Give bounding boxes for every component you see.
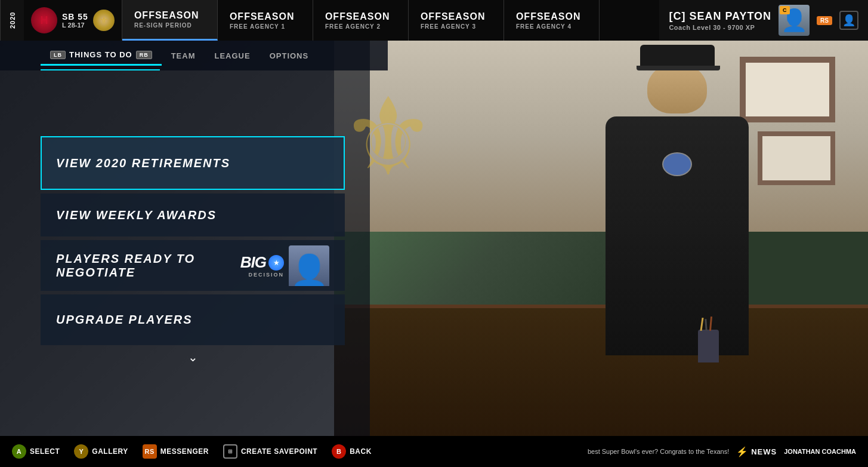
coach-name-ticker: JONATHAN COACHMA (784, 448, 856, 455)
cb-button: ⊞ (223, 444, 237, 459)
coach-info-panel: [C] SEAN PAYTON Coach Level 30 - 9700 XP… (659, 0, 868, 41)
news-brand-label: NEWS (751, 447, 777, 456)
news-brand: ⚡ NEWS (736, 446, 777, 457)
big-decision-text-group: BIG ★ DECISION (240, 253, 284, 278)
nav-period-1-sub: RE-SIGN PERIOD (134, 22, 205, 29)
coach-avatar: 👤 C (779, 5, 810, 36)
rb-badge: RB (136, 51, 152, 59)
nav-period-1-label: OFFSEASON (134, 10, 205, 21)
coach-name: [C] SEAN PAYTON (669, 10, 771, 23)
nav-period-3-sub: FREE AGENCY 2 (325, 23, 396, 30)
coach-level: Coach Level 30 - 9700 XP (669, 24, 771, 31)
b-button: B (332, 444, 346, 459)
big-text: BIG (240, 253, 266, 272)
tab-things-to-do[interactable]: LB THINGS TO DO RB (41, 45, 162, 66)
control-select[interactable]: A SELECT (12, 444, 60, 459)
back-label: BACK (350, 447, 372, 456)
star-icon: ★ (273, 259, 280, 267)
tab-things-label: THINGS TO DO (69, 50, 132, 59)
away-team-logo: ⚜ (93, 10, 115, 31)
control-savepoint[interactable]: ⊞ CREATE SAVEPOINT (223, 444, 317, 459)
home-team-logo: H (31, 7, 57, 33)
savepoint-label: CREATE SAVEPOINT (241, 447, 317, 456)
year-badge: 2020 (0, 0, 24, 41)
tab-options[interactable]: OPTIONS (260, 47, 319, 65)
messenger-label: MESSENGER (160, 447, 209, 456)
tab-league[interactable]: LEAGUE (205, 47, 260, 65)
coach-silhouette (582, 57, 773, 355)
control-messenger[interactable]: RS MESSENGER (143, 444, 209, 459)
nav-period-2-label: OFFSEASON (230, 11, 301, 22)
lightning-icon: ⚡ (736, 446, 749, 457)
coach-text: [C] SEAN PAYTON Coach Level 30 - 9700 XP (669, 10, 771, 31)
menu-item-negotiate[interactable]: PLAYERS READY TO NEGOTIATE BIG ★ DECISIO… (41, 240, 345, 291)
big-decision-top: BIG ★ (240, 253, 284, 272)
upgrade-label: UPGRADE PLAYERS (56, 313, 193, 327)
tab-team-label: TEAM (171, 51, 196, 60)
nav-period-fa3[interactable]: OFFSEASON FREE AGENCY 3 (409, 0, 504, 41)
nav-period-2-sub: FREE AGENCY 1 (230, 23, 301, 30)
bottom-control-bar: A SELECT Y GALLERY RS MESSENGER ⊞ CREATE… (0, 436, 868, 467)
control-back[interactable]: B BACK (332, 444, 372, 459)
control-gallery[interactable]: Y GALLERY (74, 444, 128, 459)
gallery-label: GALLERY (92, 447, 128, 456)
nav-period-resign[interactable]: OFFSEASON RE-SIGN PERIOD (122, 0, 218, 41)
news-ticker: best Super Bowl's ever? Congrats to the … (588, 446, 856, 457)
select-label: SELECT (30, 447, 60, 456)
nav-period-fa4[interactable]: OFFSEASON FREE AGENCY 4 (504, 0, 600, 41)
nav-period-fa1[interactable]: OFFSEASON FREE AGENCY 1 (218, 0, 313, 41)
nav-period-3-label: OFFSEASON (325, 11, 396, 22)
decision-star-circle: ★ (268, 255, 284, 271)
big-decision-area: BIG ★ DECISION 👤 (240, 245, 329, 286)
coach-c-badge: C (780, 6, 790, 14)
negotiate-label: PLAYERS READY TO NEGOTIATE (56, 252, 240, 279)
tab-options-label: OPTIONS (270, 51, 309, 60)
superbowl-info: SB 55 L 28-17 (62, 12, 88, 29)
tab-team[interactable]: TEAM (162, 47, 205, 65)
menu-list: VIEW 2020 RETIREMENTS VIEW WEEKLY AWARDS… (41, 136, 345, 345)
y-button: Y (74, 444, 88, 459)
news-text: best Super Bowl's ever? Congrats to the … (588, 448, 729, 455)
rs-button: RS (143, 444, 157, 459)
lb-badge: LB (50, 51, 66, 59)
nav-period-5-sub: FREE AGENCY 4 (516, 23, 587, 30)
top-nav-bar: 2020 H SB 55 L 28-17 ⚜ OFFSEASON RE-SIGN… (0, 0, 868, 41)
superbowl-result: L 28-17 (62, 21, 88, 29)
pencil-holder (698, 330, 719, 362)
scroll-down-icon: ⌄ (188, 350, 198, 364)
tab-underline (41, 69, 160, 70)
decision-label: DECISION (248, 272, 284, 278)
a-button: A (12, 444, 26, 459)
superbowl-number: SB 55 (62, 12, 88, 21)
negotiate-content: PLAYERS READY TO NEGOTIATE BIG ★ DECISIO… (56, 245, 329, 286)
rs-badge: RS (817, 16, 832, 25)
nav-period-4-label: OFFSEASON (421, 11, 492, 22)
tab-league-label: LEAGUE (215, 51, 251, 60)
menu-item-retirements[interactable]: VIEW 2020 RETIREMENTS (41, 136, 345, 190)
menu-item-upgrade[interactable]: UPGRADE PLAYERS (41, 294, 345, 345)
menu-item-awards[interactable]: VIEW WEEKLY AWARDS (41, 193, 345, 236)
nav-period-fa2[interactable]: OFFSEASON FREE AGENCY 2 (313, 0, 409, 41)
player-silhouette: 👤 (289, 245, 329, 286)
awards-label: VIEW WEEKLY AWARDS (56, 208, 217, 222)
person-icon: 👤 (839, 11, 858, 30)
menu-scroll-area: VIEW 2020 RETIREMENTS VIEW WEEKLY AWARDS… (41, 130, 345, 369)
scroll-down-area[interactable]: ⌄ (41, 345, 345, 369)
nav-period-5-label: OFFSEASON (516, 11, 587, 22)
retirements-label: VIEW 2020 RETIREMENTS (56, 156, 230, 170)
secondary-nav: LB THINGS TO DO RB TEAM LEAGUE OPTIONS (0, 41, 388, 70)
nav-period-4-sub: FREE AGENCY 3 (421, 23, 492, 30)
team-info: H SB 55 L 28-17 ⚜ (24, 0, 122, 41)
